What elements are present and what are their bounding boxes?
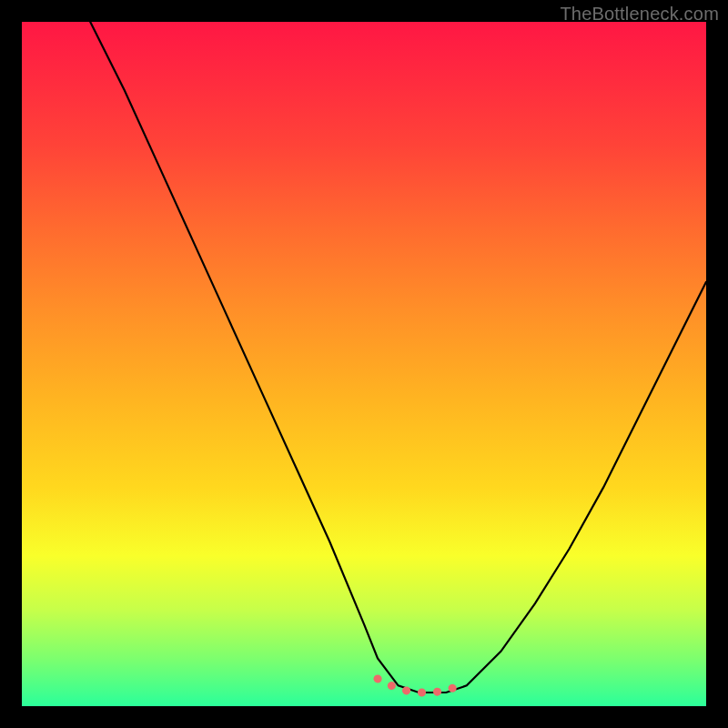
- optimal-zone-dots: [378, 679, 460, 693]
- chart-frame: TheBottleneck.com: [0, 0, 728, 728]
- plot-area: [22, 22, 706, 706]
- watermark-text: TheBottleneck.com: [560, 4, 719, 25]
- bottleneck-curve: [90, 22, 706, 693]
- chart-svg: [22, 22, 706, 706]
